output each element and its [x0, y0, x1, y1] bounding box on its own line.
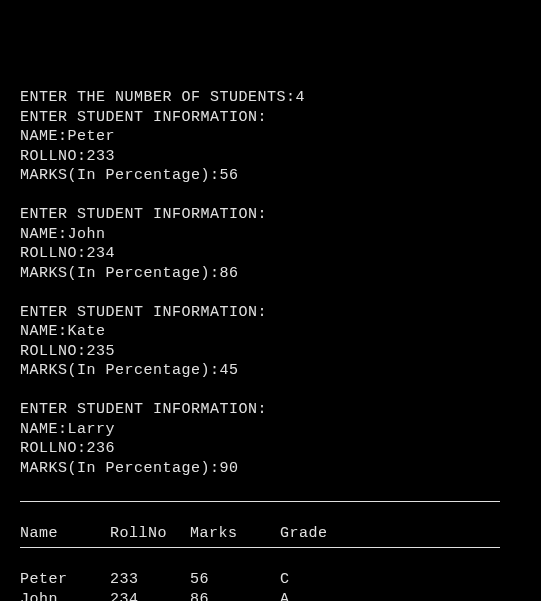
- num-students-value: 4: [296, 89, 306, 106]
- name-label-0: NAME:: [20, 128, 68, 145]
- rollno-value-3: 236: [87, 440, 116, 457]
- cell-marks: 56: [190, 570, 280, 590]
- marks-value-1: 86: [220, 265, 239, 282]
- rollno-label-1: ROLLNO:: [20, 245, 87, 262]
- col-header-rollno: RollNo: [110, 524, 190, 544]
- table-divider-top: [20, 501, 500, 502]
- rollno-value-0: 233: [87, 148, 116, 165]
- terminal-output: ENTER THE NUMBER OF STUDENTS:4 ENTER STU…: [20, 88, 521, 601]
- rollno-label-0: ROLLNO:: [20, 148, 87, 165]
- table-row: Peter23356C: [20, 571, 350, 588]
- cell-rollno: 233: [110, 570, 190, 590]
- table-divider-mid: [20, 547, 500, 548]
- cell-rollno: 234: [110, 590, 190, 602]
- cell-grade: C: [280, 570, 350, 590]
- marks-label-0: MARKS(In Percentage):: [20, 167, 220, 184]
- marks-label-1: MARKS(In Percentage):: [20, 265, 220, 282]
- name-label-2: NAME:: [20, 323, 68, 340]
- name-value-3: Larry: [68, 421, 116, 438]
- col-header-grade: Grade: [280, 524, 350, 544]
- rollno-label-3: ROLLNO:: [20, 440, 87, 457]
- marks-label-2: MARKS(In Percentage):: [20, 362, 220, 379]
- cell-name: John: [20, 590, 110, 602]
- rollno-value-1: 234: [87, 245, 116, 262]
- rollno-label-2: ROLLNO:: [20, 343, 87, 360]
- cell-grade: A: [280, 590, 350, 602]
- num-students-prompt: ENTER THE NUMBER OF STUDENTS:: [20, 89, 296, 106]
- name-label-1: NAME:: [20, 226, 68, 243]
- marks-label-3: MARKS(In Percentage):: [20, 460, 220, 477]
- col-header-marks: Marks: [190, 524, 280, 544]
- student-info-header-0: ENTER STUDENT INFORMATION:: [20, 109, 267, 126]
- name-value-2: Kate: [68, 323, 106, 340]
- marks-value-3: 90: [220, 460, 239, 477]
- header-row: NameRollNoMarksGrade: [20, 525, 350, 542]
- name-value-1: John: [68, 226, 106, 243]
- marks-value-2: 45: [220, 362, 239, 379]
- name-label-3: NAME:: [20, 421, 68, 438]
- cell-marks: 86: [190, 590, 280, 602]
- table-row: John23486A: [20, 591, 350, 602]
- student-info-header-1: ENTER STUDENT INFORMATION:: [20, 206, 267, 223]
- rollno-value-2: 235: [87, 343, 116, 360]
- student-info-header-3: ENTER STUDENT INFORMATION:: [20, 401, 267, 418]
- marks-value-0: 56: [220, 167, 239, 184]
- col-header-name: Name: [20, 524, 110, 544]
- name-value-0: Peter: [68, 128, 116, 145]
- student-info-header-2: ENTER STUDENT INFORMATION:: [20, 304, 267, 321]
- cell-name: Peter: [20, 570, 110, 590]
